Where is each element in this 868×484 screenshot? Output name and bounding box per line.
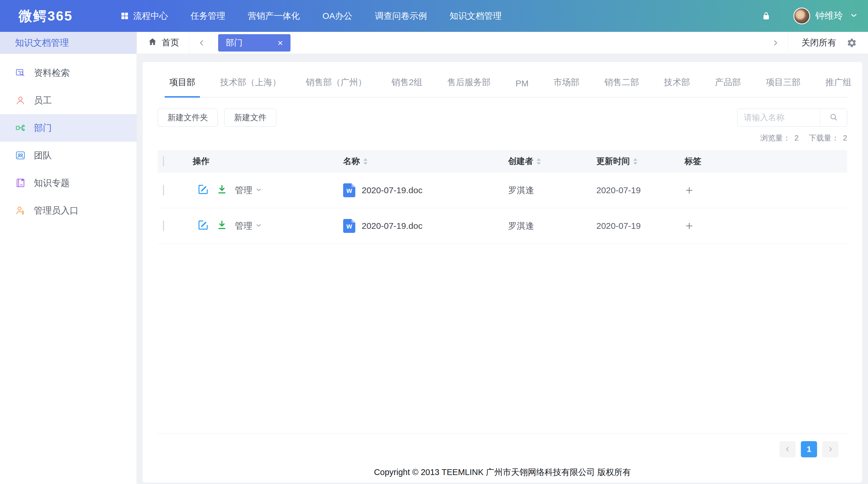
topnav-item-task-management[interactable]: 任务管理	[190, 10, 225, 22]
dept-tab-promotion[interactable]: 推广组	[821, 73, 856, 97]
dept-tab-sales2[interactable]: 销售二部	[600, 73, 644, 97]
dept-tab-project3[interactable]: 项目三部	[761, 73, 805, 97]
copyright-text: Copyright © 2013 TEEMLINK 广州市天翎网络科技有限公司 …	[158, 466, 847, 478]
sidebar-title: 知识文档管理	[0, 32, 136, 54]
open-tab-departments[interactable]: 部门 ×	[218, 34, 290, 52]
add-tag-icon[interactable]	[685, 186, 694, 195]
search-box	[737, 109, 847, 126]
app-logo: 微鳄365	[19, 7, 73, 25]
views-label: 浏览量：	[761, 134, 790, 142]
download-icon[interactable]	[216, 184, 227, 197]
dept-tab-tech-shanghai[interactable]: 技术部（上海）	[216, 73, 286, 97]
topnav-item-oa[interactable]: OA办公	[322, 10, 352, 22]
tab-scroll-left-icon[interactable]	[189, 32, 214, 54]
file-name-link[interactable]: 2020-07-19.doc	[362, 221, 423, 231]
column-actions: 操作	[185, 155, 336, 167]
topnav-item-process-center[interactable]: 流程中心	[120, 10, 168, 22]
column-updated[interactable]: 更新时间	[589, 155, 677, 167]
topbar-right: 钟维玲	[762, 7, 868, 24]
content-card: 项目部 技术部（上海） 销售部（广州） 销售2组 售后服务部 PM 市场部 销售…	[143, 62, 862, 483]
column-name[interactable]: 名称	[336, 155, 500, 167]
table-row: 管理 w 2020-07-19.doc 罗淇逢 2020-07-19	[158, 173, 847, 208]
add-tag-icon[interactable]	[685, 221, 694, 231]
department-tabs: 项目部 技术部（上海） 销售部（广州） 销售2组 售后服务部 PM 市场部 销售…	[165, 73, 847, 97]
dept-tab-sales-group2[interactable]: 销售2组	[387, 73, 427, 97]
files-table: 操作 名称 创建者 更新时间 标签	[158, 150, 847, 434]
dept-tab-aftersales[interactable]: 售后服务部	[443, 73, 495, 97]
edit-icon[interactable]	[197, 183, 209, 197]
chevron-down-icon[interactable]	[849, 11, 858, 21]
search-input[interactable]	[738, 113, 820, 122]
column-tags: 标签	[677, 155, 847, 167]
toolbar: 新建文件夹 新建文件	[158, 109, 847, 126]
edit-icon[interactable]	[197, 219, 209, 233]
org-chart-icon	[15, 122, 26, 133]
chevron-down-icon	[255, 186, 262, 195]
page-number-button[interactable]: 1	[801, 441, 817, 457]
downloads-label: 下载量：	[809, 134, 839, 142]
sidebar-item-admin-entry[interactable]: 管理员入口	[0, 197, 136, 224]
word-file-icon: w	[343, 183, 355, 197]
select-all-checkbox[interactable]	[163, 156, 164, 167]
top-nav: 流程中心 任务管理 营销产一体化 OA办公 调查问卷示例 知识文档管理	[120, 10, 524, 22]
team-icon	[15, 150, 26, 161]
lock-icon[interactable]	[762, 11, 771, 21]
home-icon	[148, 37, 157, 48]
table-header: 操作 名称 创建者 更新时间 标签	[158, 150, 847, 173]
sidebar: 知识文档管理 资料检索 员工 部门 团队 知识专题	[0, 32, 137, 484]
new-folder-button[interactable]: 新建文件夹	[158, 109, 218, 126]
sidebar-item-teams[interactable]: 团队	[0, 142, 136, 169]
doc-search-icon	[15, 67, 26, 78]
file-creator: 罗淇逢	[500, 184, 589, 196]
dept-tab-pm[interactable]: PM	[511, 75, 533, 97]
next-page-button[interactable]	[822, 441, 838, 457]
topnav-label: 流程中心	[133, 10, 168, 22]
gear-icon[interactable]	[846, 38, 868, 48]
user-name[interactable]: 钟维玲	[815, 9, 843, 22]
sidebar-item-data-search[interactable]: 资料检索	[0, 59, 136, 87]
chevron-down-icon	[255, 221, 262, 231]
book-icon	[15, 177, 26, 188]
prev-page-button[interactable]	[779, 441, 796, 457]
admin-key-icon	[15, 205, 26, 216]
pagination: 1	[158, 441, 847, 457]
views-value: 2	[795, 134, 799, 142]
stats-line: 浏览量：2 下载量：2	[158, 133, 847, 143]
row-checkbox[interactable]	[163, 185, 164, 196]
sidebar-item-knowledge-topics[interactable]: 知识专题	[0, 169, 136, 197]
page-background: 项目部 技术部（上海） 销售部（广州） 销售2组 售后服务部 PM 市场部 销售…	[137, 54, 868, 484]
table-row: 管理 w 2020-07-19.doc 罗淇逢 2020-07-19	[158, 208, 847, 244]
dept-tab-product[interactable]: 产品部	[710, 73, 746, 97]
file-updated: 2020-07-19	[589, 221, 677, 231]
topnav-item-survey-demo[interactable]: 调查问卷示例	[375, 10, 427, 22]
topnav-item-knowledge-docs[interactable]: 知识文档管理	[450, 10, 502, 22]
close-tab-icon[interactable]: ×	[277, 38, 283, 48]
tab-scroll-right-icon[interactable]	[763, 32, 788, 54]
manage-dropdown[interactable]: 管理	[235, 220, 262, 232]
column-creator[interactable]: 创建者	[500, 155, 589, 167]
sidebar-item-departments[interactable]: 部门	[0, 114, 136, 142]
download-icon[interactable]	[216, 220, 227, 233]
search-button[interactable]	[820, 109, 847, 126]
new-file-button[interactable]: 新建文件	[224, 109, 276, 126]
breadcrumb-home[interactable]: 首页	[137, 32, 189, 54]
file-name-link[interactable]: 2020-07-19.doc	[362, 186, 423, 195]
manage-dropdown[interactable]: 管理	[235, 184, 262, 196]
sort-icon[interactable]	[633, 158, 638, 165]
breadcrumb-bar: 首页 部门 × 关闭所有	[137, 32, 868, 54]
downloads-value: 2	[843, 134, 847, 142]
dept-tab-tech[interactable]: 技术部	[659, 73, 695, 97]
dept-tab-sales-guangzhou[interactable]: 销售部（广州）	[301, 73, 371, 97]
grid-icon	[120, 11, 129, 20]
user-avatar[interactable]	[793, 7, 810, 24]
table-empty-area	[158, 244, 847, 434]
dept-tab-project[interactable]: 项目部	[165, 73, 200, 97]
close-all-tabs-button[interactable]: 关闭所有	[788, 37, 846, 49]
file-updated: 2020-07-19	[589, 186, 677, 195]
topnav-item-marketing[interactable]: 营销产一体化	[248, 10, 300, 22]
sidebar-item-employees[interactable]: 员工	[0, 87, 136, 114]
dept-tab-market[interactable]: 市场部	[549, 73, 584, 97]
sort-icon[interactable]	[537, 158, 541, 165]
sort-icon[interactable]	[363, 158, 368, 165]
row-checkbox[interactable]	[163, 221, 164, 231]
